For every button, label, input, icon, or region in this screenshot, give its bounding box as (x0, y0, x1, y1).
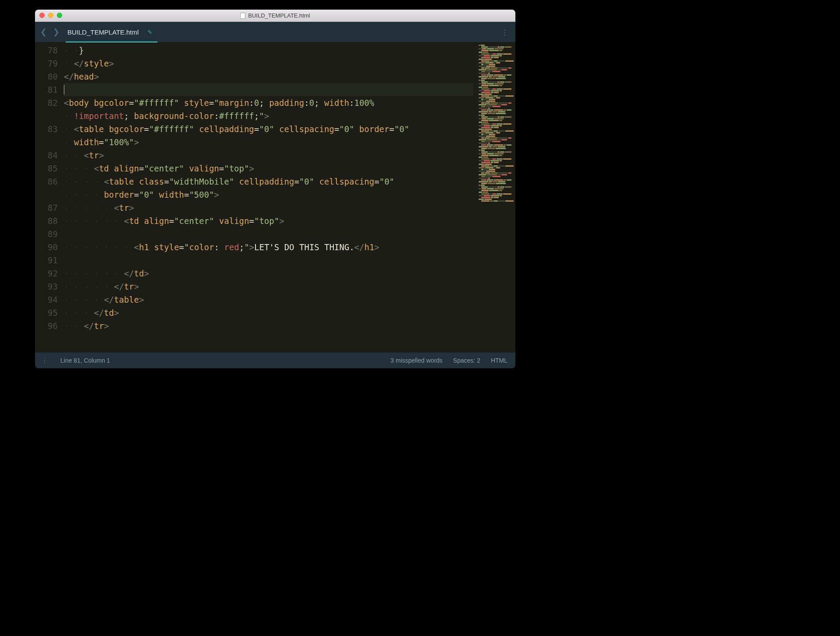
zoom-window-button[interactable] (57, 13, 62, 18)
tab-overflow-menu-icon[interactable]: … (502, 28, 511, 35)
code-area[interactable]: · ·}· </style></head><body bgcolor="#fff… (62, 42, 477, 353)
app-window: BUILD_TEMPLATE.html ❮ ❯ BUILD_TEMPLATE.h… (35, 10, 515, 368)
tab-filename: BUILD_TEMPLATE.html (67, 28, 139, 36)
nav-arrows: ❮ ❯ (40, 27, 60, 37)
tab-bar: ❮ ❯ BUILD_TEMPLATE.html ✎ … (35, 22, 515, 42)
tab-active[interactable]: BUILD_TEMPLATE.html ✎ (67, 22, 156, 42)
document-icon (240, 13, 245, 19)
status-menu-icon[interactable]: … (42, 357, 50, 364)
editor[interactable]: 78798081828384858687888990919293949596 ·… (35, 42, 515, 353)
status-bar: … Line 81, Column 1 3 misspelled words S… (35, 353, 515, 368)
status-cursor-position[interactable]: Line 81, Column 1 (60, 357, 110, 364)
window-title-text: BUILD_TEMPLATE.html (248, 12, 310, 19)
close-window-button[interactable] (39, 13, 45, 18)
tab-modified-icon: ✎ (147, 29, 152, 35)
titlebar: BUILD_TEMPLATE.html (35, 10, 515, 22)
nav-forward-icon[interactable]: ❯ (53, 27, 60, 37)
status-indent[interactable]: Spaces: 2 (453, 357, 480, 364)
minimap[interactable] (477, 42, 515, 353)
nav-back-icon[interactable]: ❮ (40, 27, 47, 37)
traffic-lights (39, 13, 62, 18)
line-number-gutter: 78798081828384858687888990919293949596 (35, 42, 62, 353)
minimize-window-button[interactable] (48, 13, 53, 18)
window-title: BUILD_TEMPLATE.html (240, 12, 310, 19)
status-language[interactable]: HTML (491, 357, 508, 364)
status-spellcheck[interactable]: 3 misspelled words (391, 357, 443, 364)
